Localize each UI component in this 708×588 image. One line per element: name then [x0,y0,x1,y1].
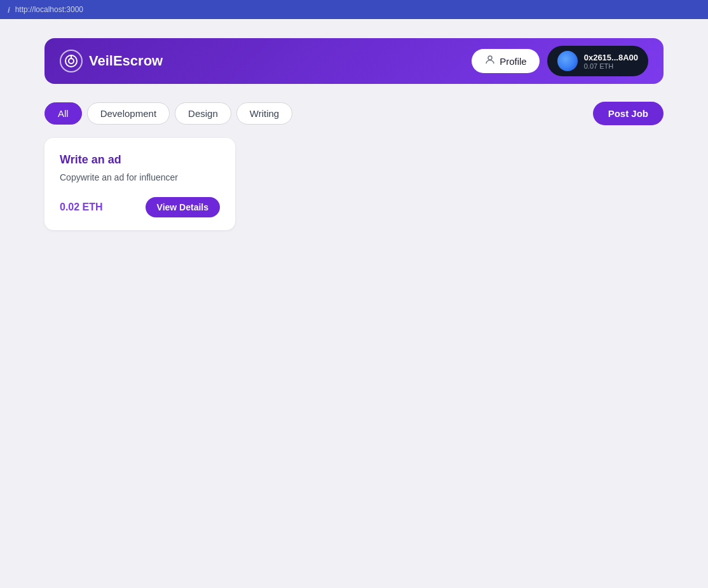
profile-icon [484,54,496,68]
view-details-button[interactable]: View Details [146,197,220,217]
address-bar: i http://localhost:3000 [0,0,708,19]
svg-point-1 [69,58,74,64]
jobs-grid: Write an ad Copywrite an ad for influenc… [44,138,664,230]
wallet-button[interactable]: 0x2615...8A00 0.07 ETH [547,46,648,76]
filter-tab-all[interactable]: All [44,102,82,125]
filter-bar: All Development Design Writing Post Job [44,102,664,125]
filter-tab-writing[interactable]: Writing [236,102,292,125]
filter-tab-design[interactable]: Design [175,102,231,125]
job-title: Write an ad [60,153,220,167]
job-footer: 0.02 ETH View Details [60,197,220,217]
logo-text: VeilEscrow [89,53,163,69]
job-card: Write an ad Copywrite an ad for influenc… [44,138,235,230]
wallet-balance: 0.07 ETH [584,62,613,70]
wallet-address: 0x2615...8A00 [584,53,638,62]
filter-tab-development[interactable]: Development [87,102,170,125]
header: VeilEscrow Profile 0x2615...8A00 0.07 ET… [44,38,664,84]
logo-area: VeilEscrow [60,50,163,72]
job-price: 0.02 ETH [60,202,103,213]
info-icon: i [8,5,10,15]
logo-icon [60,50,83,72]
wallet-info: 0x2615...8A00 0.07 ETH [584,53,638,70]
url-text: http://localhost:3000 [15,5,83,14]
filter-tabs: All Development Design Writing [44,102,292,125]
header-right: Profile 0x2615...8A00 0.07 ETH [472,46,648,76]
profile-button[interactable]: Profile [472,49,540,73]
job-description: Copywrite an ad for influencer [60,172,220,184]
svg-point-3 [488,56,492,60]
wallet-avatar [557,51,578,71]
post-job-button[interactable]: Post Job [593,102,664,125]
profile-label: Profile [500,56,527,67]
main-container: VeilEscrow Profile 0x2615...8A00 0.07 ET… [0,19,708,249]
